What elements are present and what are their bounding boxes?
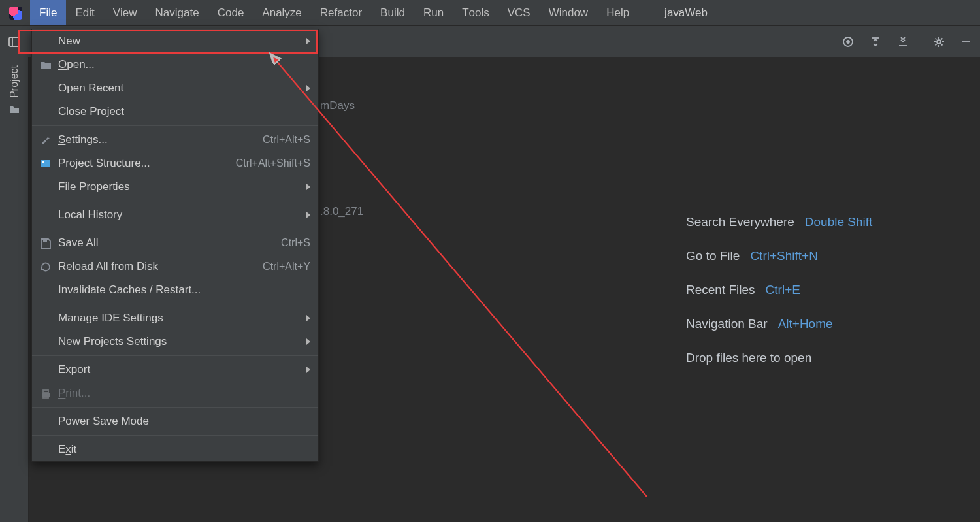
welcome-recent-files: Recent FilesCtrl+E (686, 283, 980, 297)
menu-item-label: Export (58, 363, 302, 376)
menu-item-label: Project Structure... (58, 157, 236, 170)
reload-icon (37, 261, 53, 272)
menu-navigate[interactable]: Navigate (146, 0, 208, 25)
menu-item-label: New (58, 35, 302, 48)
welcome-label: Search Everywhere (686, 215, 794, 229)
hide-icon[interactable] (955, 31, 977, 53)
svg-rect-0 (9, 37, 20, 46)
menu-item-label: Open Recent (58, 82, 302, 95)
file-menu-dropdown: NewOpen...Open RecentClose ProjectSettin… (31, 29, 319, 462)
chevron-right-icon (306, 338, 310, 345)
panel-layout-icon (8, 36, 20, 48)
chevron-right-icon (306, 212, 310, 218)
welcome-panel: Search EverywhereDouble ShiftGo to FileC… (657, 57, 980, 522)
menu-tools[interactable]: Tools (453, 0, 498, 25)
menu-refactor[interactable]: Refactor (311, 0, 371, 25)
menubar: FileEditViewNavigateCodeAnalyzeRefactorB… (0, 0, 980, 26)
menu-item-close-project[interactable]: Close Project (32, 100, 318, 123)
welcome-label: Recent Files (686, 283, 755, 297)
menu-code[interactable]: Code (208, 0, 253, 25)
menu-item-new[interactable]: New (32, 29, 318, 53)
menu-item-new-projects-settings[interactable]: New Projects Settings (32, 330, 318, 353)
welcome-go-to-file: Go to FileCtrl+Shift+N (686, 249, 980, 263)
keyboard-shortcut: Ctrl+E (766, 283, 800, 297)
menu-item-label: Close Project (58, 105, 310, 118)
menu-item-label: Open... (58, 58, 310, 71)
menu-item-print: Print... (32, 382, 318, 405)
shortcut: Ctrl+Alt+Shift+S (236, 157, 310, 169)
menu-build[interactable]: Build (371, 0, 414, 25)
proj-icon (37, 157, 53, 169)
chevron-right-icon (306, 38, 310, 44)
menu-view[interactable]: View (104, 0, 146, 25)
svg-rect-10 (43, 239, 47, 242)
menu-item-manage-ide-settings[interactable]: Manage IDE Settings (32, 306, 318, 330)
chevron-right-icon (306, 184, 310, 190)
svg-rect-9 (42, 161, 44, 163)
menu-run[interactable]: Run (414, 0, 453, 25)
menu-item-file-properties[interactable]: File Properties (32, 175, 318, 199)
divider (921, 35, 921, 49)
menu-item-label: Settings... (58, 133, 263, 146)
gear-icon[interactable] (928, 31, 950, 53)
menu-help[interactable]: Help (597, 0, 638, 25)
menu-item-power-save-mode[interactable]: Power Save Mode (32, 410, 318, 433)
svg-rect-8 (41, 160, 50, 167)
menu-item-label: Manage IDE Settings (58, 312, 302, 325)
welcome-label: Navigation Bar (686, 317, 768, 331)
menu-item-label: Invalidate Caches / Restart... (58, 284, 310, 297)
menu-file[interactable]: File (30, 0, 66, 25)
menu-window[interactable]: Window (540, 0, 597, 25)
app-icon (9, 7, 22, 20)
menu-edit[interactable]: Edit (66, 0, 103, 25)
wrench-icon (37, 134, 53, 146)
chevron-right-icon (306, 367, 310, 373)
keyboard-shortcut: Double Shift (805, 215, 873, 229)
keyboard-shortcut: Alt+Home (778, 317, 833, 331)
svg-rect-12 (43, 390, 48, 393)
menu-item-open-recent[interactable]: Open Recent (32, 76, 318, 100)
welcome-label: Drop files here to open (686, 351, 811, 365)
menu-item-local-history[interactable]: Local History (32, 203, 318, 227)
project-tool-tab[interactable]: Project (8, 65, 20, 98)
background-text: mDays (320, 99, 355, 112)
shortcut: Ctrl+Alt+S (263, 134, 310, 146)
expand-all-icon[interactable] (864, 31, 887, 53)
folder-icon[interactable] (8, 103, 20, 118)
project-name: javaWeb (664, 7, 708, 20)
menu-item-exit[interactable]: Exit (32, 438, 318, 461)
save-icon (37, 237, 53, 249)
welcome-navigation-bar: Navigation BarAlt+Home (686, 317, 980, 331)
menu-item-open[interactable]: Open... (32, 53, 318, 76)
menu-item-settings[interactable]: Settings...Ctrl+Alt+S (32, 128, 318, 152)
menu-item-label: File Properties (58, 180, 302, 193)
chevron-right-icon (306, 315, 310, 321)
open-icon (37, 59, 53, 71)
print-icon (37, 387, 53, 399)
menu-item-invalidate-caches-restart[interactable]: Invalidate Caches / Restart... (32, 278, 318, 302)
svg-point-6 (937, 40, 941, 44)
menu-item-project-structure[interactable]: Project Structure...Ctrl+Alt+Shift+S (32, 152, 318, 175)
keyboard-shortcut: Ctrl+Shift+N (750, 249, 817, 263)
menu-item-label: Exit (58, 443, 310, 456)
menu-item-label: Power Save Mode (58, 415, 310, 428)
welcome-search-everywhere: Search EverywhereDouble Shift (686, 215, 980, 229)
chevron-right-icon (306, 85, 310, 91)
menu-item-export[interactable]: Export (32, 358, 318, 382)
collapse-all-icon[interactable] (892, 31, 914, 53)
background-text: .8.0_271 (320, 205, 363, 218)
menu-vcs[interactable]: VCS (498, 0, 540, 25)
menu-item-label: Reload All from Disk (58, 260, 263, 273)
welcome-label: Go to File (686, 249, 740, 263)
svg-point-3 (847, 41, 849, 43)
menu-analyze[interactable]: Analyze (253, 0, 310, 25)
select-opened-file-icon[interactable] (837, 31, 859, 53)
menu-item-label: Print... (58, 387, 310, 400)
shortcut: Ctrl+Alt+Y (263, 261, 310, 272)
menu-item-label: New Projects Settings (58, 335, 302, 348)
menu-item-label: Save All (58, 237, 281, 250)
menu-item-label: Local History (58, 208, 302, 221)
menu-item-save-all[interactable]: Save AllCtrl+S (32, 231, 318, 255)
shortcut: Ctrl+S (281, 237, 310, 249)
menu-item-reload-all-from-disk[interactable]: Reload All from DiskCtrl+Alt+Y (32, 255, 318, 278)
